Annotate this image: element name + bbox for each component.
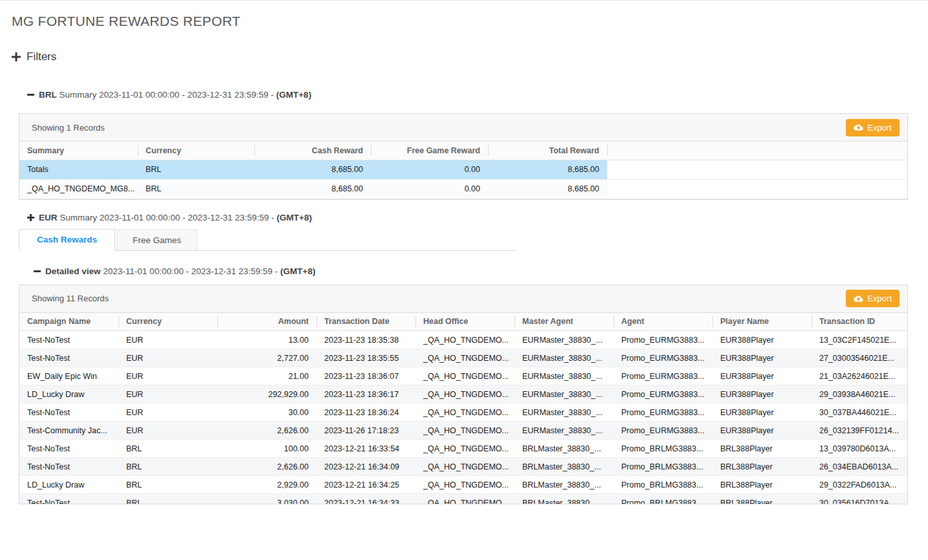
- summary-panel-header: Showing 1 Records Export: [19, 114, 907, 142]
- cell-player-name: EUR388Player: [713, 404, 812, 422]
- tab-cash-rewards[interactable]: Cash Rewards: [19, 229, 115, 251]
- cell-transaction-date: 2023-12-21 16:34:09: [316, 458, 415, 476]
- cell-transaction-date: 2023-12-21 16:34:33: [316, 494, 415, 504]
- table-row[interactable]: Test-NoTestBRL100.002023-12-21 16:33:54_…: [19, 440, 907, 458]
- cell-cash-reward: 8,685.00: [254, 160, 371, 179]
- cell-transaction-id: 30_037BA446021E...: [812, 404, 907, 422]
- cell-transaction-date: 2023-11-26 17:18:23: [316, 422, 415, 440]
- table-row[interactable]: _QA_HO_TNGDEMO_MG8...BRL8,685.000.008,68…: [19, 179, 907, 199]
- cell-campaign-name: Test-NoTest: [19, 404, 118, 422]
- cell-agent: Promo_EURMG3883...: [613, 385, 713, 404]
- detailed-view-panel: Showing 11 Records Export Campaign NameC…: [19, 285, 908, 504]
- table-row[interactable]: Test-NoTestBRL2,626.002023-12-21 16:34:0…: [19, 458, 907, 476]
- column-header-agent[interactable]: Agent: [613, 313, 713, 331]
- cell-player-name: BRL388Player: [713, 476, 812, 494]
- cell-transaction-date: 2023-12-21 16:33:54: [316, 440, 415, 458]
- cell-currency: BRL: [118, 494, 217, 504]
- cell-campaign-name: LD_Lucky Draw: [19, 476, 118, 494]
- plus-icon: [27, 214, 34, 221]
- column-header-currency[interactable]: Currency: [138, 142, 254, 160]
- column-header-player-name[interactable]: Player Name: [713, 313, 812, 331]
- cell-total-reward: 8,685.00: [488, 160, 607, 179]
- cloud-upload-icon: [854, 295, 863, 303]
- cell-master-agent: BRLMaster_38830_...: [514, 440, 613, 458]
- column-header-campaign-name[interactable]: Campaign Name: [19, 313, 118, 331]
- cell-transaction-date: 2023-11-23 18:36:17: [316, 385, 415, 404]
- brl-summary-toggle[interactable]: BRL Summary 2023-11-01 00:00:00 - 2023-1…: [27, 90, 311, 100]
- cell-currency: BRL: [138, 179, 254, 199]
- cell-transaction-id: 13_039780D6013A...: [812, 440, 907, 458]
- cell-total-reward: 8,685.00: [488, 179, 607, 199]
- table-row[interactable]: Test-NoTestEUR30.002023-11-23 18:36:24_Q…: [19, 404, 907, 422]
- cell-transaction-id: 26_034EBAD6013A...: [812, 458, 907, 476]
- cell-head-office: _QA_HO_TNGDEMO...: [415, 476, 514, 494]
- column-header-total-reward[interactable]: Total Reward: [488, 142, 607, 160]
- detailed-view-toggle[interactable]: Detailed view 2023-11-01 00:00:00 - 2023…: [34, 266, 315, 276]
- tab-free-games[interactable]: Free Games: [116, 230, 197, 250]
- export-button[interactable]: Export: [846, 290, 900, 307]
- filters-toggle[interactable]: Filters: [12, 50, 56, 63]
- detail-table: Campaign NameCurrencyAmountTransaction D…: [19, 313, 907, 504]
- column-header-currency[interactable]: Currency: [118, 313, 217, 331]
- section-name: Detailed view: [45, 266, 101, 276]
- table-row[interactable]: LD_Lucky DrawBRL2,929.002023-12-21 16:34…: [19, 476, 907, 494]
- cell-campaign-name: LD_Lucky Draw: [19, 385, 118, 404]
- records-count: Showing 11 Records: [32, 294, 109, 303]
- filters-label: Filters: [27, 50, 56, 63]
- section-currency: BRL: [39, 90, 57, 100]
- column-header-head-office[interactable]: Head Office: [415, 313, 514, 331]
- column-header-master-agent[interactable]: Master Agent: [514, 313, 613, 331]
- cell-transaction-date: 2023-11-23 18:35:55: [316, 349, 415, 367]
- export-button[interactable]: Export: [846, 119, 900, 136]
- cell-currency: EUR: [118, 385, 217, 404]
- cell-currency: EUR: [118, 331, 217, 349]
- table-row[interactable]: Test-Community Jac...EUR2,626.002023-11-…: [19, 422, 907, 440]
- cell-cash-reward: 8,685.00: [254, 179, 371, 199]
- cell-master-agent: EURMaster_38830_...: [514, 404, 613, 422]
- cell-player-name: BRL388Player: [713, 440, 812, 458]
- cell-master-agent: EURMaster_38830_...: [514, 422, 613, 440]
- cell-master-agent: BRLMaster_38830_...: [514, 494, 613, 504]
- column-header-transaction-date[interactable]: Transaction Date: [316, 313, 415, 331]
- column-header-free-game-reward[interactable]: Free Game Reward: [371, 142, 488, 160]
- cell-master-agent: BRLMaster_38830_...: [514, 458, 613, 476]
- table-row[interactable]: Test-NoTestEUR2,727.002023-11-23 18:35:5…: [19, 349, 907, 367]
- cell-agent: Promo_EURMG3883...: [613, 404, 713, 422]
- cell-campaign-name: Test-NoTest: [19, 440, 118, 458]
- table-row[interactable]: Test-NoTestEUR13.002023-11-23 18:35:38_Q…: [19, 331, 907, 349]
- rewards-tab-bar: Cash Rewards Free Games: [19, 229, 516, 251]
- section-range: Summary 2023-11-01 00:00:00 - 2023-12-31…: [60, 90, 274, 100]
- table-row[interactable]: TotalsBRL8,685.000.008,685.00: [19, 160, 907, 179]
- eur-summary-toggle[interactable]: EUR Summary 2023-11-01 00:00:00 - 2023-1…: [27, 213, 312, 222]
- cell-free-game-reward: 0.00: [371, 160, 488, 179]
- cell-transaction-date: 2023-11-23 18:36:07: [316, 367, 415, 385]
- cell-player-name: EUR388Player: [713, 385, 812, 404]
- cell-player-name: EUR388Player: [713, 331, 812, 349]
- column-header-summary[interactable]: Summary: [19, 142, 138, 160]
- cell-transaction-id: 29_0322FAD6013A...: [812, 476, 907, 494]
- brl-summary-panel: Showing 1 Records Export SummaryCurrency…: [19, 113, 908, 200]
- cell-currency: EUR: [118, 404, 217, 422]
- detail-panel-header: Showing 11 Records Export: [19, 285, 907, 313]
- column-header-amount[interactable]: Amount: [217, 313, 316, 331]
- table-row[interactable]: LD_Lucky DrawEUR292,929.002023-11-23 18:…: [19, 385, 907, 404]
- column-header-cash-reward[interactable]: Cash Reward: [254, 142, 371, 160]
- column-header-transaction-id[interactable]: Transaction ID: [812, 313, 907, 331]
- cell-summary: _QA_HO_TNGDEMO_MG8...: [19, 179, 138, 199]
- table-row[interactable]: EW_Daily Epic WinEUR21.002023-11-23 18:3…: [19, 367, 907, 385]
- cell-head-office: _QA_HO_TNGDEMO...: [415, 440, 514, 458]
- plus-icon: [12, 52, 21, 61]
- cell-currency: BRL: [118, 458, 217, 476]
- column-header-empty: [607, 142, 907, 160]
- section-timezone: (GMT+8): [276, 90, 311, 100]
- cell-amount: 292,929.00: [217, 385, 316, 404]
- cell-agent: Promo_BRLMG3883...: [613, 494, 713, 504]
- cell-campaign-name: Test-NoTest: [19, 458, 118, 476]
- cell-head-office: _QA_HO_TNGDEMO...: [415, 331, 514, 349]
- cell-summary: Totals: [19, 160, 138, 179]
- cell-transaction-id: 13_03C2F145021E...: [812, 331, 907, 349]
- cell-amount: 2,626.00: [217, 458, 316, 476]
- cell-transaction-date: 2023-12-21 16:34:25: [316, 476, 415, 494]
- section-timezone: (GMT+8): [280, 266, 315, 276]
- table-row[interactable]: Test-NoTestBRL3,030.002023-12-21 16:34:3…: [19, 494, 907, 504]
